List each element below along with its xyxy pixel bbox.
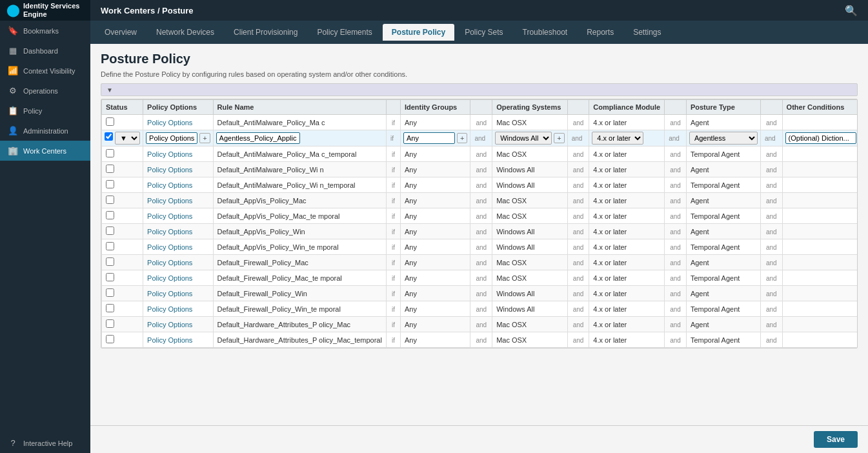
cell-identity-groups: Any [400, 317, 470, 332]
cell-status [102, 270, 143, 286]
cell-compliance: 4.x or later [589, 208, 665, 224]
cell-identity-groups: Any [400, 255, 470, 270]
cell-policy-options: Policy Options [143, 146, 214, 162]
cell-policy-options: + [143, 130, 214, 146]
cell-and2: and [567, 270, 589, 286]
row-checkbox[interactable] [105, 132, 113, 141]
table-row: Policy Options Default_AppVis_Policy_Mac… [102, 208, 858, 224]
add-policy-options-button[interactable]: + [199, 133, 210, 143]
cell-compliance: 4.x or later [589, 332, 665, 348]
cell-policy-options: Policy Options [143, 301, 214, 317]
tab-settings[interactable]: Settings [624, 24, 670, 41]
col-rule-name: Rule Name [213, 100, 386, 115]
save-button[interactable]: Save [814, 431, 858, 448]
row-checkbox[interactable] [106, 196, 114, 204]
tab-troubleshoot[interactable]: Troubleshoot [514, 24, 577, 41]
row-checkbox[interactable] [106, 149, 114, 157]
cell-operating-systems: Mac OSX [492, 193, 568, 208]
cell-and1: and [470, 286, 492, 301]
work-centers-icon: 🏢 [8, 146, 18, 156]
cell-posture-type: Temporal Agent [686, 208, 760, 224]
col-and2 [567, 100, 589, 115]
cell-operating-systems: Mac OSX [492, 270, 568, 286]
table-row: Policy Options Default_Firewall_Policy_W… [102, 301, 858, 317]
compliance-select[interactable]: 4.x or later [592, 132, 643, 145]
tab-posture-policy[interactable]: Posture Policy [383, 24, 454, 41]
cell-status [102, 301, 143, 317]
table-row: Policy Options Default_AppVis_Policy_Win… [102, 239, 858, 255]
cell-policy-options: Policy Options [143, 193, 214, 208]
chevron-up-icon: ▼ [106, 86, 113, 94]
tab-policy-elements[interactable]: Policy Elements [308, 24, 381, 41]
cell-and2: and [567, 177, 589, 193]
cell-and3: and [665, 332, 687, 348]
cell-and1: and [470, 301, 492, 317]
tab-reports[interactable]: Reports [578, 24, 623, 41]
sidebar-item-administration[interactable]: 👤 Administration [0, 121, 90, 141]
sidebar-item-work-centers[interactable]: 🏢 Work Centers [0, 141, 90, 161]
collapse-bar-top[interactable]: ▼ [101, 83, 858, 96]
cell-compliance: 4.x or later [589, 162, 665, 177]
cell-identity-groups: Any [400, 193, 470, 208]
col-compliance-module: Compliance Module [589, 100, 665, 115]
cell-status [102, 177, 143, 193]
cell-rule-name [213, 130, 386, 146]
sidebar-item-context-visibility[interactable]: 📶 Context Visibility [0, 61, 90, 81]
cell-and4: and [760, 317, 782, 332]
cell-rule-name: Default_AppVis_Policy_Win [213, 224, 386, 239]
nav-tabs: Overview Network Devices Client Provisio… [90, 21, 868, 44]
row-checkbox[interactable] [106, 288, 114, 297]
sidebar-item-interactive-help[interactable]: ? Interactive Help [0, 433, 90, 453]
row-checkbox[interactable] [106, 257, 114, 266]
cell-policy-options: Policy Options [143, 208, 214, 224]
cell-compliance: 4.x or later [589, 146, 665, 162]
rule-name-input[interactable] [216, 132, 300, 144]
table-row: Policy Options Default_Firewall_Policy_M… [102, 255, 858, 270]
row-checkbox[interactable] [106, 211, 114, 219]
cell-other-conditions [782, 193, 858, 208]
posture-type-select[interactable]: Agentless Agent Temporal Agent [689, 132, 758, 145]
sidebar-item-label: Context Visibility [23, 67, 76, 75]
cell-and3: and [665, 286, 687, 301]
row-checkbox[interactable] [106, 273, 114, 281]
add-os-button[interactable]: + [554, 133, 564, 143]
sidebar-item-label: Bookmarks [23, 27, 59, 35]
row-checkbox[interactable] [106, 319, 114, 328]
search-icon[interactable]: 🔍 [845, 5, 858, 17]
table-row: Policy Options Default_AntiMalware_Polic… [102, 115, 858, 130]
cell-and1: and [470, 270, 492, 286]
app-title: Identity Services Engine [23, 2, 84, 19]
sidebar-item-bookmarks[interactable]: 🔖 Bookmarks [0, 21, 90, 41]
row-checkbox[interactable] [106, 226, 114, 235]
cell-and1: and [470, 193, 492, 208]
tab-policy-sets[interactable]: Policy Sets [456, 24, 512, 41]
row-checkbox[interactable] [106, 180, 114, 188]
row-checkbox[interactable] [106, 117, 114, 126]
sidebar-item-dashboard[interactable]: ▦ Dashboard [0, 41, 90, 61]
cell-and1: and [470, 239, 492, 255]
cell-compliance: 4.x or later [589, 286, 665, 301]
row-checkbox[interactable] [106, 165, 114, 173]
cell-and3: and [665, 130, 687, 146]
tab-network-devices[interactable]: Network Devices [147, 24, 223, 41]
tab-overview[interactable]: Overview [96, 24, 146, 41]
sidebar-item-operations[interactable]: ⚙ Operations [0, 81, 90, 101]
cell-and1: and [470, 332, 492, 348]
row-checkbox[interactable] [106, 242, 114, 250]
os-select[interactable]: Windows All Mac OSX [495, 132, 552, 145]
cell-policy-options: Policy Options [143, 286, 214, 301]
cell-operating-systems: Windows All [492, 224, 568, 239]
identity-groups-input[interactable] [403, 132, 455, 144]
cell-posture-type: Agent [686, 255, 760, 270]
row-checkbox[interactable] [106, 335, 114, 343]
cell-if: if [386, 332, 400, 348]
row-checkbox[interactable] [106, 304, 114, 312]
status-select[interactable]: ▼ [115, 132, 140, 145]
add-identity-button[interactable]: + [457, 133, 467, 143]
tab-client-provisioning[interactable]: Client Provisioning [225, 24, 307, 41]
other-conditions-input[interactable] [785, 132, 856, 144]
policy-options-input[interactable] [146, 132, 197, 144]
sidebar-item-policy[interactable]: 📋 Policy [0, 101, 90, 121]
cell-and1: and [470, 255, 492, 270]
cell-posture-type: Temporal Agent [686, 270, 760, 286]
